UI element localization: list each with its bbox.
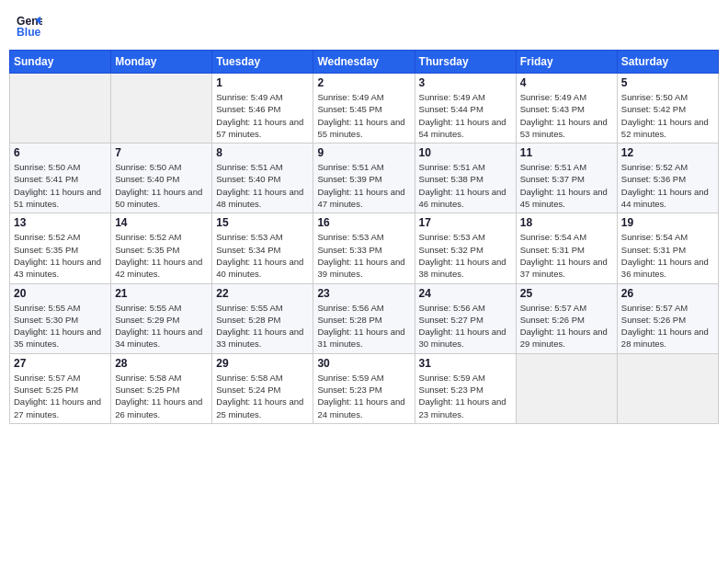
day-number: 20 [14,287,107,300]
day-cell: 30Sunrise: 5:59 AMSunset: 5:23 PMDayligh… [313,353,415,423]
day-info: Sunrise: 5:55 AMSunset: 5:29 PMDaylight:… [115,302,208,350]
day-cell: 4Sunrise: 5:49 AMSunset: 5:43 PMDaylight… [516,74,617,144]
day-number: 11 [520,146,613,159]
day-number: 3 [419,76,512,89]
day-info: Sunrise: 5:50 AMSunset: 5:40 PMDaylight:… [115,161,208,210]
day-cell [617,353,718,423]
day-cell: 20Sunrise: 5:55 AMSunset: 5:30 PMDayligh… [10,283,111,353]
day-cell: 16Sunrise: 5:53 AMSunset: 5:33 PMDayligh… [313,213,415,283]
day-number: 29 [216,357,309,370]
header-sunday: Sunday [10,51,111,74]
day-info: Sunrise: 5:59 AMSunset: 5:23 PMDaylight:… [419,372,512,420]
day-info: Sunrise: 5:53 AMSunset: 5:32 PMDaylight:… [419,231,512,280]
day-number: 21 [115,287,208,300]
day-info: Sunrise: 5:58 AMSunset: 5:25 PMDaylight:… [115,372,208,420]
day-cell: 2Sunrise: 5:49 AMSunset: 5:45 PMDaylight… [313,74,415,144]
day-info: Sunrise: 5:52 AMSunset: 5:36 PMDaylight:… [621,161,714,210]
day-number: 2 [317,76,410,89]
day-info: Sunrise: 5:51 AMSunset: 5:38 PMDaylight:… [419,161,512,210]
day-cell: 25Sunrise: 5:57 AMSunset: 5:26 PMDayligh… [516,283,617,353]
day-number: 30 [317,357,410,370]
weekday-header-row: SundayMondayTuesdayWednesdayThursdayFrid… [10,51,719,74]
day-number: 7 [115,146,208,159]
day-number: 17 [419,216,512,229]
day-number: 19 [621,216,714,229]
day-number: 31 [419,357,512,370]
day-info: Sunrise: 5:59 AMSunset: 5:23 PMDaylight:… [317,372,410,420]
day-cell: 5Sunrise: 5:50 AMSunset: 5:42 PMDaylight… [617,74,718,144]
day-cell: 11Sunrise: 5:51 AMSunset: 5:37 PMDayligh… [516,144,617,213]
day-info: Sunrise: 5:58 AMSunset: 5:24 PMDaylight:… [216,372,309,420]
day-cell: 18Sunrise: 5:54 AMSunset: 5:31 PMDayligh… [516,213,617,283]
day-cell: 10Sunrise: 5:51 AMSunset: 5:38 PMDayligh… [415,144,516,213]
day-number: 6 [14,146,107,159]
day-cell: 22Sunrise: 5:55 AMSunset: 5:28 PMDayligh… [212,283,313,353]
logo: General Blue [17,13,42,39]
day-number: 15 [216,216,309,229]
week-row-4: 20Sunrise: 5:55 AMSunset: 5:30 PMDayligh… [10,283,719,353]
day-cell: 8Sunrise: 5:51 AMSunset: 5:40 PMDaylight… [212,144,313,213]
day-cell [516,353,617,423]
day-info: Sunrise: 5:57 AMSunset: 5:26 PMDaylight:… [520,302,613,350]
day-info: Sunrise: 5:52 AMSunset: 5:35 PMDaylight:… [115,231,208,280]
header-wednesday: Wednesday [313,51,415,74]
day-cell: 17Sunrise: 5:53 AMSunset: 5:32 PMDayligh… [415,213,516,283]
day-cell: 14Sunrise: 5:52 AMSunset: 5:35 PMDayligh… [111,213,212,283]
day-cell: 23Sunrise: 5:56 AMSunset: 5:28 PMDayligh… [313,283,415,353]
day-number: 26 [621,287,714,300]
day-number: 12 [621,146,714,159]
header-monday: Monday [111,51,212,74]
day-info: Sunrise: 5:56 AMSunset: 5:28 PMDaylight:… [317,302,410,350]
day-cell: 31Sunrise: 5:59 AMSunset: 5:23 PMDayligh… [415,353,516,423]
day-info: Sunrise: 5:54 AMSunset: 5:31 PMDaylight:… [621,231,714,280]
day-cell: 1Sunrise: 5:49 AMSunset: 5:46 PMDaylight… [212,74,313,144]
day-cell [111,74,212,144]
day-info: Sunrise: 5:49 AMSunset: 5:46 PMDaylight:… [216,91,309,140]
day-number: 5 [621,76,714,89]
day-number: 9 [317,146,410,159]
page-header: General Blue [9,9,719,42]
day-info: Sunrise: 5:50 AMSunset: 5:41 PMDaylight:… [14,161,107,210]
day-number: 16 [317,216,410,229]
week-row-3: 13Sunrise: 5:52 AMSunset: 5:35 PMDayligh… [10,213,719,283]
week-row-5: 27Sunrise: 5:57 AMSunset: 5:25 PMDayligh… [10,353,719,423]
day-cell: 12Sunrise: 5:52 AMSunset: 5:36 PMDayligh… [617,144,718,213]
week-row-1: 1Sunrise: 5:49 AMSunset: 5:46 PMDaylight… [10,74,719,144]
day-info: Sunrise: 5:56 AMSunset: 5:27 PMDaylight:… [419,302,512,350]
day-info: Sunrise: 5:57 AMSunset: 5:26 PMDaylight:… [621,302,714,350]
header-thursday: Thursday [415,51,516,74]
day-info: Sunrise: 5:55 AMSunset: 5:30 PMDaylight:… [14,302,107,350]
day-cell: 3Sunrise: 5:49 AMSunset: 5:44 PMDaylight… [415,74,516,144]
day-cell: 9Sunrise: 5:51 AMSunset: 5:39 PMDaylight… [313,144,415,213]
day-cell: 6Sunrise: 5:50 AMSunset: 5:41 PMDaylight… [10,144,111,213]
day-cell: 26Sunrise: 5:57 AMSunset: 5:26 PMDayligh… [617,283,718,353]
day-info: Sunrise: 5:51 AMSunset: 5:37 PMDaylight:… [520,161,613,210]
day-cell [10,74,111,144]
day-number: 14 [115,216,208,229]
header-saturday: Saturday [617,51,718,74]
day-info: Sunrise: 5:54 AMSunset: 5:31 PMDaylight:… [520,231,613,280]
day-info: Sunrise: 5:50 AMSunset: 5:42 PMDaylight:… [621,91,714,140]
day-info: Sunrise: 5:51 AMSunset: 5:39 PMDaylight:… [317,161,410,210]
day-number: 22 [216,287,309,300]
header-tuesday: Tuesday [212,51,313,74]
week-row-2: 6Sunrise: 5:50 AMSunset: 5:41 PMDaylight… [10,144,719,213]
day-info: Sunrise: 5:51 AMSunset: 5:40 PMDaylight:… [216,161,309,210]
day-info: Sunrise: 5:53 AMSunset: 5:34 PMDaylight:… [216,231,309,280]
day-info: Sunrise: 5:49 AMSunset: 5:43 PMDaylight:… [520,91,613,140]
day-number: 4 [520,76,613,89]
day-number: 10 [419,146,512,159]
day-cell: 28Sunrise: 5:58 AMSunset: 5:25 PMDayligh… [111,353,212,423]
day-info: Sunrise: 5:52 AMSunset: 5:35 PMDaylight:… [14,231,107,280]
day-number: 27 [14,357,107,370]
day-cell: 27Sunrise: 5:57 AMSunset: 5:25 PMDayligh… [10,353,111,423]
day-cell: 24Sunrise: 5:56 AMSunset: 5:27 PMDayligh… [415,283,516,353]
svg-text:Blue: Blue [17,26,41,39]
calendar-table: SundayMondayTuesdayWednesdayThursdayFrid… [9,50,719,424]
day-number: 28 [115,357,208,370]
day-cell: 7Sunrise: 5:50 AMSunset: 5:40 PMDaylight… [111,144,212,213]
day-cell: 19Sunrise: 5:54 AMSunset: 5:31 PMDayligh… [617,213,718,283]
logo-icon: General Blue [17,13,42,39]
day-cell: 13Sunrise: 5:52 AMSunset: 5:35 PMDayligh… [10,213,111,283]
day-number: 23 [317,287,410,300]
